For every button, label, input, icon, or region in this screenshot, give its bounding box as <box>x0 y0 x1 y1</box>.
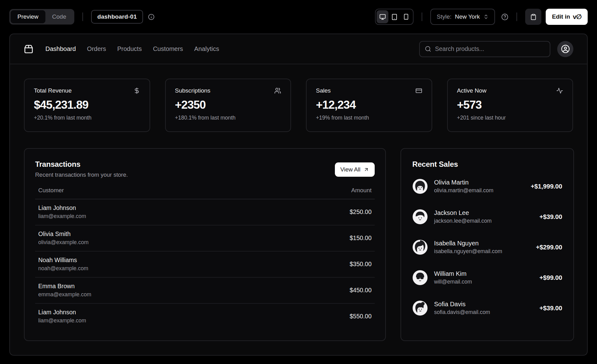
customer-name: Liam Johnson <box>38 309 262 316</box>
preview-toolbar: Preview Code dashboard-01 Style: New Yor… <box>0 0 597 34</box>
sale-customer-email: olivia.martin@email.com <box>434 187 493 194</box>
nav-links: Dashboard Orders Products Customers Anal… <box>45 45 219 52</box>
desktop-view-button[interactable] <box>377 10 388 23</box>
toolbar-divider <box>516 12 517 21</box>
sale-amount: +$39.00 <box>539 304 562 312</box>
list-item: Jackson Leejackson.lee@email.com +$39.00 <box>412 209 562 225</box>
sale-customer-name: Jackson Lee <box>434 209 492 216</box>
tablet-view-button[interactable] <box>388 10 400 23</box>
help-icon[interactable] <box>501 13 508 20</box>
sale-customer-email: jackson.lee@email.com <box>434 218 492 224</box>
sale-customer-name: Sofia Davis <box>434 301 490 308</box>
smartphone-icon <box>403 14 409 20</box>
search-input[interactable] <box>435 45 545 52</box>
user-menu-button[interactable] <box>557 41 573 57</box>
stat-change: +201 since last hour <box>457 115 563 121</box>
dashboard-content: Total Revenue $45,231.89 +20.1% from las… <box>10 64 587 356</box>
mobile-view-button[interactable] <box>400 10 412 23</box>
stat-card-active-now: Active Now +573 +201 since last hour <box>447 79 573 132</box>
stat-title: Subscriptions <box>175 87 211 94</box>
table-row: Emma Brownemma@example.com $450.00 <box>35 277 375 303</box>
sale-customer-name: Isabella Nguyen <box>434 240 502 247</box>
list-item: Olivia Martinolivia.martin@email.com +$1… <box>412 179 562 194</box>
sale-customer-email: sofia.davis@email.com <box>434 309 490 316</box>
preview-code-toggle: Preview Code <box>9 9 74 25</box>
preview-tab[interactable]: Preview <box>11 10 45 23</box>
transaction-amount: $350.00 <box>265 251 375 277</box>
column-header-customer: Customer <box>35 187 265 199</box>
code-tab[interactable]: Code <box>45 10 73 23</box>
sale-customer-name: William Kim <box>434 270 472 277</box>
column-header-amount: Amount <box>265 187 375 199</box>
chevrons-up-down-icon <box>483 14 489 20</box>
transactions-subtitle: Recent transactions from your store. <box>35 171 128 178</box>
avatar <box>412 179 428 194</box>
customer-name: Liam Johnson <box>38 204 262 212</box>
dashboard-navbar: Dashboard Orders Products Customers Anal… <box>10 34 587 64</box>
tablet-icon <box>391 14 398 20</box>
stat-card-sales: Sales +12,234 +19% from last month <box>306 79 432 132</box>
avatar <box>412 270 428 285</box>
package-logo-icon[interactable] <box>24 44 34 54</box>
list-item: Isabella Nguyenisabella.nguyen@email.com… <box>412 239 562 255</box>
style-select[interactable]: Style: New York <box>430 9 495 25</box>
nav-link-orders[interactable]: Orders <box>87 45 106 52</box>
block-name-badge: dashboard-01 <box>91 10 143 24</box>
list-item: William Kimwill@email.com +$99.00 <box>412 270 562 285</box>
monitor-icon <box>379 14 386 20</box>
table-row: Liam Johnsonliam@example.com $250.00 <box>35 199 375 225</box>
v0-logo: v∅ <box>573 13 581 20</box>
credit-card-icon <box>415 87 422 94</box>
info-icon[interactable] <box>148 14 155 20</box>
activity-icon <box>556 87 563 94</box>
view-all-button[interactable]: View All <box>335 162 375 177</box>
lower-grid: Transactions Recent transactions from yo… <box>24 148 573 341</box>
users-icon <box>274 87 281 94</box>
stat-card-subscriptions: Subscriptions +2350 +180.1% from last mo… <box>165 79 291 132</box>
nav-link-customers[interactable]: Customers <box>153 45 183 52</box>
transaction-amount: $150.00 <box>265 225 375 251</box>
edit-in-label: Edit in <box>552 13 570 20</box>
stat-title: Active Now <box>457 87 487 94</box>
style-value: New York <box>455 13 480 20</box>
clipboard-icon <box>530 14 537 20</box>
table-row: Olivia Smitholivia@example.com $150.00 <box>35 225 375 251</box>
dollar-sign-icon <box>133 87 140 94</box>
list-item: Sofia Davissofia.davis@email.com +$39.00 <box>412 300 562 316</box>
customer-email: noah@example.com <box>38 265 262 272</box>
customer-name: Emma Brown <box>38 283 262 290</box>
transactions-card: Transactions Recent transactions from yo… <box>24 148 386 341</box>
stat-value: +2350 <box>175 98 281 111</box>
recent-sales-list: Olivia Martinolivia.martin@email.com +$1… <box>412 179 562 316</box>
toolbar-divider <box>82 12 83 21</box>
sale-amount: +$1,999.00 <box>531 183 562 190</box>
stats-row: Total Revenue $45,231.89 +20.1% from las… <box>24 79 573 132</box>
sale-customer-email: will@email.com <box>434 279 472 285</box>
stat-value: +12,234 <box>316 98 422 111</box>
search-box <box>419 41 550 57</box>
copy-code-button[interactable] <box>525 9 541 25</box>
stat-card-total-revenue: Total Revenue $45,231.89 +20.1% from las… <box>24 79 150 132</box>
toolbar-divider <box>422 12 422 21</box>
search-icon <box>425 46 431 52</box>
nav-link-analytics[interactable]: Analytics <box>194 45 219 52</box>
table-row: Noah Williamsnoah@example.com $350.00 <box>35 251 375 277</box>
stat-change: +19% from last month <box>316 115 422 121</box>
stat-change: +20.1% from last month <box>34 115 140 121</box>
nav-link-products[interactable]: Products <box>117 45 142 52</box>
stat-value: +573 <box>457 98 563 111</box>
sale-amount: +$299.00 <box>536 243 562 251</box>
edit-in-v0-button[interactable]: Edit in v∅ <box>546 9 588 25</box>
customer-email: liam@example.com <box>38 213 262 220</box>
avatar <box>412 209 428 225</box>
sale-amount: +$39.00 <box>539 213 562 221</box>
avatar <box>412 239 428 255</box>
transactions-title: Transactions <box>35 160 128 169</box>
nav-link-dashboard[interactable]: Dashboard <box>45 45 76 52</box>
stat-title: Total Revenue <box>34 87 72 94</box>
customer-name: Noah Williams <box>38 257 262 264</box>
stat-value: $45,231.89 <box>34 98 140 111</box>
customer-email: liam@example.com <box>38 317 262 324</box>
customer-email: emma@example.com <box>38 291 262 298</box>
customer-email: olivia@example.com <box>38 239 262 246</box>
